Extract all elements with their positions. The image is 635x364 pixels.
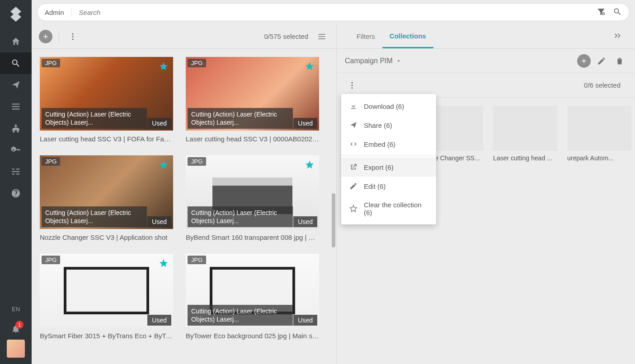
menu-share-label: Share (6) bbox=[364, 121, 392, 129]
export-icon bbox=[349, 163, 357, 171]
asset-tags: Cutting (Action) Laser (Electric Objects… bbox=[188, 305, 293, 326]
asset-title: ByTower Eco background 025 jpg | Main sh… bbox=[186, 332, 319, 340]
search-input[interactable] bbox=[79, 9, 597, 16]
collection-add-button[interactable] bbox=[577, 54, 591, 68]
asset-card[interactable]: JPGCutting (Action) Laser (Electric Obje… bbox=[186, 254, 319, 340]
search-icon[interactable] bbox=[613, 7, 622, 18]
nav-home[interactable] bbox=[0, 31, 32, 52]
svg-point-5 bbox=[351, 84, 353, 86]
asset-card[interactable]: JPGUsedBySmart Fiber 3015 + ByTrans Eco … bbox=[40, 254, 173, 340]
asset-tags: Cutting (Action) Laser (Electric Objects… bbox=[42, 108, 147, 129]
asset-title: Laser cutting head SSC V3 | FOFA for Fam… bbox=[40, 135, 173, 143]
view-toggle-button[interactable] bbox=[315, 29, 329, 44]
share-icon bbox=[349, 121, 357, 129]
right-tabs: Filters Collections bbox=[337, 24, 635, 49]
add-button[interactable] bbox=[39, 30, 52, 43]
sidebar: EN 1 bbox=[0, 0, 32, 364]
used-badge: Used bbox=[147, 118, 171, 129]
nav-search[interactable] bbox=[0, 52, 32, 74]
browse-toolbar: 0/575 selected bbox=[32, 24, 336, 49]
nav-hierarchy[interactable] bbox=[0, 117, 32, 139]
format-badge: JPG bbox=[188, 157, 206, 166]
asset-thumbnail[interactable]: JPGCutting (Action) Laser (Electric Obje… bbox=[186, 254, 319, 327]
menu-clear[interactable]: Clear the collection (6) bbox=[341, 196, 436, 222]
nav-share[interactable] bbox=[0, 74, 32, 96]
more-menu-button[interactable] bbox=[66, 29, 80, 44]
notifications-button[interactable]: 1 bbox=[0, 318, 32, 340]
used-badge: Used bbox=[293, 315, 317, 326]
tab-filters[interactable]: Filters bbox=[349, 24, 382, 48]
collection-item-title: Laser cutting head ... bbox=[493, 154, 557, 162]
collection-item[interactable]: urepark Autom... bbox=[567, 106, 631, 162]
menu-download[interactable]: Download (6) bbox=[341, 97, 436, 116]
menu-export[interactable]: Export (6) bbox=[341, 158, 436, 177]
star-icon[interactable] bbox=[159, 258, 169, 270]
used-badge: Used bbox=[293, 216, 317, 227]
asset-thumbnail[interactable]: JPGCutting (Action) Laser (Electric Obje… bbox=[186, 57, 319, 131]
menu-edit-label: Edit (6) bbox=[364, 182, 386, 190]
format-badge: JPG bbox=[42, 59, 60, 67]
collection-more-menu-button[interactable] bbox=[345, 78, 359, 93]
collection-thumbnail[interactable] bbox=[493, 106, 557, 151]
asset-thumbnail[interactable]: JPGCutting (Action) Laser (Electric Obje… bbox=[186, 155, 319, 229]
selection-count: 0/575 selected bbox=[264, 33, 308, 40]
asset-title: Laser cutting head SSC V3 | 0000AB020210… bbox=[186, 135, 319, 143]
collection-edit-button[interactable] bbox=[594, 54, 609, 68]
embed-icon bbox=[349, 140, 357, 148]
star-icon[interactable] bbox=[305, 61, 315, 73]
asset-tags: Cutting (Action) Laser (Electric Objects… bbox=[188, 206, 293, 227]
browse-panel: 0/575 selected JPGCutting (Action) Laser… bbox=[32, 24, 337, 364]
user-avatar[interactable] bbox=[7, 340, 25, 358]
collection-header: Campaign PIM bbox=[337, 49, 635, 73]
asset-thumbnail[interactable]: JPGCutting (Action) Laser (Electric Obje… bbox=[40, 57, 173, 131]
asset-card[interactable]: JPGCutting (Action) Laser (Electric Obje… bbox=[40, 155, 173, 241]
star-icon[interactable] bbox=[305, 160, 315, 171]
collection-thumbnail[interactable] bbox=[567, 106, 631, 151]
format-badge: JPG bbox=[188, 59, 206, 67]
right-panel: Filters Collections Campaign PIM bbox=[337, 24, 635, 364]
format-badge: JPG bbox=[42, 256, 60, 264]
nav-keys[interactable] bbox=[0, 139, 32, 161]
menu-clear-label: Clear the collection (6) bbox=[364, 201, 428, 216]
nav-settings[interactable] bbox=[0, 161, 32, 182]
used-badge: Used bbox=[293, 118, 317, 129]
asset-thumbnail[interactable]: JPGUsed bbox=[40, 254, 173, 327]
collection-delete-button[interactable] bbox=[612, 54, 627, 68]
asset-tags: Cutting (Action) Laser (Electric Objects… bbox=[188, 108, 293, 129]
star-icon[interactable] bbox=[159, 61, 169, 73]
search-scope[interactable]: Admin bbox=[45, 9, 72, 16]
notification-badge: 1 bbox=[15, 321, 24, 329]
nav-lists[interactable] bbox=[0, 96, 32, 117]
menu-divider bbox=[341, 155, 436, 156]
collection-selection-count: 0/6 selected bbox=[584, 81, 621, 89]
asset-grid-scroll[interactable]: JPGCutting (Action) Laser (Electric Obje… bbox=[32, 49, 336, 364]
chevron-down-icon bbox=[395, 58, 402, 64]
tab-collections[interactable]: Collections bbox=[382, 24, 433, 48]
asset-title: BySmart Fiber 3015 + ByTrans Eco + ByTow… bbox=[40, 332, 173, 340]
asset-card[interactable]: JPGCutting (Action) Laser (Electric Obje… bbox=[40, 57, 173, 143]
collapse-panel-icon[interactable] bbox=[613, 31, 622, 42]
asset-card[interactable]: JPGCutting (Action) Laser (Electric Obje… bbox=[186, 57, 319, 143]
collection-selector[interactable]: Campaign PIM bbox=[345, 57, 402, 65]
clear-icon bbox=[349, 205, 357, 213]
star-icon[interactable] bbox=[159, 160, 169, 171]
used-badge: Used bbox=[147, 216, 171, 227]
menu-edit[interactable]: Edit (6) bbox=[341, 177, 436, 196]
nav-help[interactable] bbox=[0, 182, 32, 204]
menu-share[interactable]: Share (6) bbox=[341, 116, 436, 135]
asset-thumbnail[interactable]: JPGCutting (Action) Laser (Electric Obje… bbox=[40, 155, 173, 229]
edit-icon bbox=[349, 182, 357, 190]
divider bbox=[59, 31, 59, 42]
filter-settings-icon[interactable] bbox=[597, 7, 606, 18]
collection-item-title: urepark Autom... bbox=[567, 154, 631, 162]
asset-card[interactable]: JPGCutting (Action) Laser (Electric Obje… bbox=[186, 155, 319, 241]
scrollbar[interactable] bbox=[332, 193, 335, 247]
menu-embed[interactable]: Embed (6) bbox=[341, 135, 436, 154]
language-selector[interactable]: EN bbox=[12, 306, 20, 313]
collection-toolbar: 0/6 selected Download (6) Share (6) bbox=[337, 73, 635, 98]
used-badge: Used bbox=[147, 315, 171, 326]
collection-item[interactable]: Laser cutting head ... bbox=[493, 106, 557, 162]
collection-name: Campaign PIM bbox=[345, 57, 393, 65]
app-logo[interactable] bbox=[8, 5, 24, 22]
svg-point-0 bbox=[602, 12, 605, 14]
